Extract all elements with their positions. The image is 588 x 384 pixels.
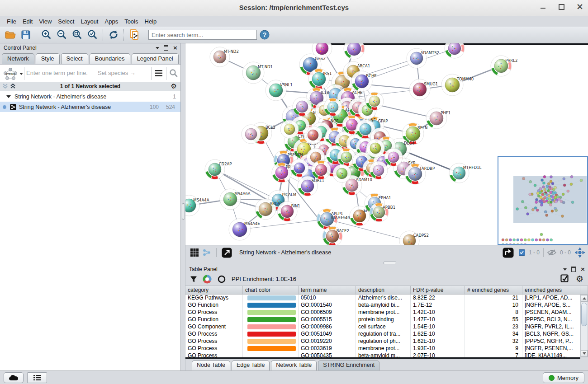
table-row[interactable]: GO ProcessGO:0051049regulation of tra...… [185,331,580,338]
table-row[interactable]: GO ProcessGO:0050435beta-amyloid m...2.0… [185,352,580,357]
expanded-arrow-icon[interactable] [6,95,11,98]
save-session-button[interactable] [18,28,33,42]
table-row[interactable]: GO ProcessGO:0019220regulation of ph...1… [185,338,580,345]
column-header--enriched-genes[interactable]: # enriched genes [465,286,522,295]
open-session-button[interactable] [3,28,18,42]
tab-edge-table[interactable]: Edge Table [232,361,270,371]
panel-menu-icon[interactable] [156,47,159,49]
menu-view[interactable]: View [36,17,55,26]
zoom-fit-button[interactable] [70,28,85,42]
table-row[interactable]: GO ProcessGO:0033619membrane prot...1.93… [185,345,580,352]
network-node[interactable] [384,148,403,166]
network-node[interactable] [365,92,384,110]
network-node[interactable] [370,161,388,179]
close-panel-icon[interactable]: × [173,46,178,50]
network-node[interactable]: MTHFD1L [449,163,481,183]
close-panel-icon[interactable]: × [580,267,585,272]
network-node[interactable]: PHF1 [426,108,450,129]
string-search-icon[interactable] [169,69,178,78]
network-node[interactable] [280,120,299,138]
menu-help[interactable]: Help [142,17,160,26]
network-node[interactable]: TARDBP [405,164,435,184]
column-header-term-name[interactable]: term name [299,286,356,295]
selected-nodes-checkbox[interactable] [519,249,525,256]
table-row[interactable]: KEGG Pathways05010Alzheimer's dise...8.8… [185,295,580,302]
network-node[interactable]: BACE2 [322,226,349,245]
menu-select[interactable]: Select [55,17,77,26]
network-row[interactable]: String Network - Alzheimer's disease 100… [0,102,180,112]
table-scrollbar[interactable] [580,295,588,357]
horizontal-splitter[interactable] [185,260,588,265]
network-node[interactable]: VSNL1 [266,80,293,101]
network-node[interactable]: APBB1 [370,203,395,222]
navigate-compass-icon[interactable] [574,247,585,258]
table-row[interactable]: GO ComponentGO:0009986cell surface1.54E-… [185,323,580,331]
menu-tools[interactable]: Tools [121,17,141,26]
birds-eye-view[interactable] [498,156,588,245]
set-species-label[interactable]: Set species → [98,70,136,76]
scroll-down-button[interactable] [581,350,588,357]
tab-network-table[interactable]: Network Table [271,361,317,371]
enrichment-settings-gear-icon[interactable]: ⚙ [576,274,583,284]
column-header-chart-color[interactable]: chart color [243,286,299,295]
column-header-FDR-p-value[interactable]: FDR p-value [411,286,465,295]
fullscreen-network-button[interactable] [220,246,233,259]
maximize-button[interactable] [558,4,564,10]
cloud-button[interactable] [4,372,24,383]
menu-edit[interactable]: Edit [19,17,36,26]
string-db-dropdown-icon[interactable] [19,73,23,75]
tab-select[interactable]: Select [61,53,88,64]
network-node[interactable]: IRS1 [308,69,332,89]
network-node[interactable]: ADAMTS2 [407,48,439,68]
string-logo[interactable]: STRING [2,67,19,80]
column-header-description[interactable]: description [356,286,411,295]
network-node[interactable]: TOMM40 [441,74,474,96]
scroll-up-button[interactable] [581,295,588,302]
ring-chart-icon[interactable] [217,275,226,284]
filter-icon[interactable] [190,276,197,283]
menu-apps[interactable]: Apps [102,17,122,26]
network-node[interactable] [312,160,331,179]
network-node[interactable]: MS4A4E [229,219,260,240]
network-node[interactable]: SMUG1 [409,79,438,100]
network-node[interactable] [445,43,465,58]
tab-style[interactable]: Style [36,53,60,64]
select-rows-checkbox-icon[interactable] [560,274,569,283]
network-canvas[interactable]: MT-ND2MT-ND1VSNL1GAB2ADAMTS2PVRL2TOMM40S… [185,43,588,245]
chart-donut-icon[interactable] [203,275,212,284]
table-row[interactable]: GO ProcessGO:0006509membrane prot...1.42… [185,309,580,316]
import-network-button[interactable] [127,28,142,42]
tab-network[interactable]: Network [2,53,34,64]
network-node[interactable]: PVRL2 [491,56,517,76]
task-list-button[interactable] [27,372,47,383]
network-collection-row[interactable]: String Network - Alzheimer's disease 1 [0,91,180,102]
panel-menu-icon[interactable] [563,268,567,271]
menu-layout[interactable]: Layout [77,17,101,26]
grid-mode-button[interactable] [188,246,201,259]
network-node[interactable]: MT-ND1 [242,62,273,84]
minimize-button[interactable] [540,4,546,10]
float-panel-icon[interactable] [571,267,576,272]
column-header-category[interactable]: category [185,286,243,295]
zoom-in-button[interactable] [39,28,54,42]
search-input[interactable] [148,30,257,40]
scroll-thumb[interactable] [581,303,587,326]
string-options-icon[interactable] [155,70,163,77]
zoom-selected-button[interactable] [85,28,100,42]
string-query-input[interactable]: Enter one term per line. [26,70,88,76]
memory-button[interactable]: Memory [543,372,584,383]
zoom-out-button[interactable] [54,28,70,42]
tab-string-enrichment[interactable]: STRING Enrichment [318,361,379,371]
network-node[interactable] [290,159,308,177]
tab-legend-panel[interactable]: Legend Panel [132,53,179,64]
network-node[interactable]: BIN1 [277,201,300,221]
splitter-grip[interactable] [182,203,185,220]
network-node[interactable] [324,98,342,116]
splitter-grip[interactable] [384,262,396,264]
column-header-enriched-genes[interactable]: enriched genes [522,286,580,295]
float-panel-icon[interactable] [164,45,168,51]
share-network-button[interactable] [201,246,213,259]
menu-file[interactable]: File [4,17,19,26]
network-node[interactable] [344,43,365,59]
network-node[interactable] [293,97,312,116]
